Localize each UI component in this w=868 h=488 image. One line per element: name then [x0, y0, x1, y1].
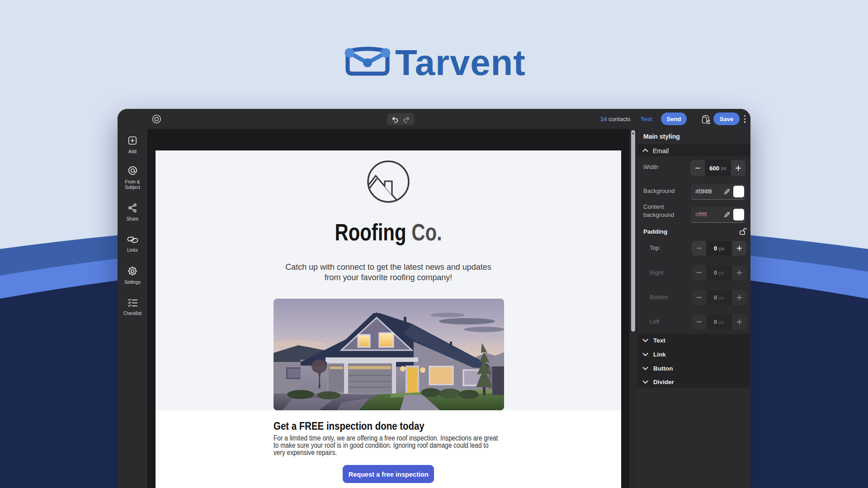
svg-text:Tarvent: Tarvent — [395, 42, 526, 83]
